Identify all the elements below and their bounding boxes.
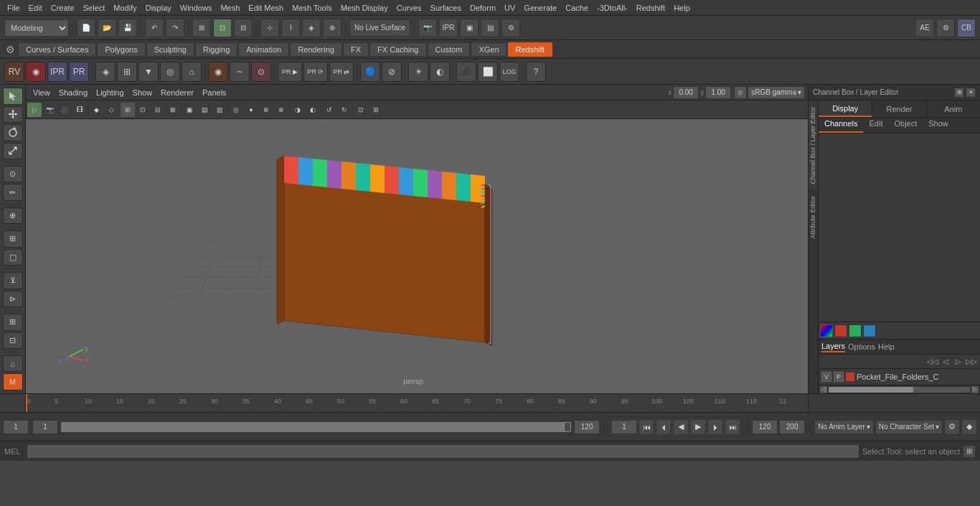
- vp-menu-renderer[interactable]: Renderer: [156, 87, 198, 98]
- vp-key1-btn[interactable]: ◆: [89, 103, 103, 117]
- menu-edit[interactable]: Edit: [24, 2, 47, 14]
- fast-fwd-btn[interactable]: ⏭: [725, 419, 740, 435]
- snap-to-curve-btn[interactable]: ⌇: [281, 19, 300, 37]
- rs-more2[interactable]: ⊘: [382, 62, 402, 82]
- menu-mesh-display[interactable]: Mesh Display: [336, 2, 392, 14]
- frame-counter[interactable]: [611, 420, 637, 434]
- play-btn[interactable]: ▶: [690, 419, 706, 435]
- vp-menu-shading[interactable]: Shading: [55, 87, 92, 98]
- layer-scroll-right[interactable]: ▷: [953, 356, 964, 367]
- menu-curves[interactable]: Curves: [392, 2, 426, 14]
- 3d-viewport[interactable]: y x z persp: [26, 119, 808, 393]
- rs-shape2[interactable]: ⊞: [117, 62, 137, 82]
- timeline-main[interactable]: 0 5 10 15 20 25 30 35 40 45 50 55 60: [26, 394, 808, 412]
- select-by-hierarchy-btn[interactable]: ⊞: [192, 19, 211, 37]
- color-r[interactable]: [834, 324, 847, 337]
- step-back-btn[interactable]: ⏴: [656, 419, 672, 435]
- menu-windows[interactable]: Windows: [176, 2, 217, 14]
- snap-to-surface-btn[interactable]: ⊕: [323, 19, 341, 37]
- subtab-channels[interactable]: Channels: [819, 118, 863, 133]
- rs-mat1[interactable]: ⬛: [456, 62, 476, 82]
- vp-hud1-btn[interactable]: ⊡: [354, 103, 368, 117]
- tab-animation[interactable]: Animation: [238, 42, 289, 57]
- vp-wire2-btn[interactable]: ▤: [197, 103, 212, 117]
- vp-wire1-btn[interactable]: ▣: [182, 103, 197, 117]
- menu-select[interactable]: Select: [79, 2, 110, 14]
- vp-light3-btn[interactable]: ⊕: [259, 103, 273, 117]
- channel-box-side-tab[interactable]: Channel Box / Layer Editor: [809, 100, 818, 190]
- vp-shadow-btn[interactable]: ◑: [291, 103, 305, 117]
- vp-menu-lighting[interactable]: Lighting: [92, 87, 128, 98]
- render-settings-btn[interactable]: ⚙: [501, 19, 520, 37]
- rs-pr1[interactable]: PR ▶: [278, 62, 302, 82]
- timeline-key-btn[interactable]: ◆: [961, 419, 977, 435]
- menu-mesh[interactable]: Mesh: [216, 2, 244, 14]
- attr-editor-toggle-btn[interactable]: AE: [915, 19, 934, 37]
- layer-scroll-left[interactable]: ◁: [940, 356, 951, 367]
- rs-help[interactable]: ?: [526, 62, 546, 82]
- rectangle-btn[interactable]: ▢: [3, 249, 23, 266]
- menu-file[interactable]: File: [3, 2, 24, 14]
- anim-layer-btn[interactable]: No Anim Layer ▾: [814, 420, 874, 434]
- rs-light1[interactable]: ☀: [408, 62, 428, 82]
- maya-icon-btn[interactable]: M: [3, 373, 23, 390]
- vp-menu-view[interactable]: View: [29, 87, 55, 98]
- snap-to-point-btn[interactable]: ◈: [302, 19, 321, 37]
- render-btn[interactable]: ▣: [460, 19, 479, 37]
- tab-display[interactable]: Display: [819, 100, 872, 117]
- ipr-btn[interactable]: IPR: [439, 19, 458, 37]
- vp-res2-btn[interactable]: ↻: [337, 103, 352, 117]
- snap-btn[interactable]: ⊻: [3, 272, 23, 289]
- vp-hud2-btn[interactable]: ⊞: [369, 103, 383, 117]
- rs-shape1[interactable]: ◈: [95, 62, 116, 82]
- rs-obj2[interactable]: ~: [230, 62, 250, 82]
- vp-camera2-btn[interactable]: 🎥: [57, 103, 72, 117]
- camera-x-input[interactable]: 0.00: [673, 86, 699, 99]
- rs-obj3[interactable]: ⊙: [251, 62, 271, 82]
- rs-light2[interactable]: ◐: [430, 62, 450, 82]
- rs-pr3[interactable]: PR ⇄: [329, 62, 354, 82]
- rs-tool1[interactable]: RV: [4, 62, 24, 82]
- rs-shape3[interactable]: ▼: [138, 62, 159, 82]
- layers-scrollbar-left-arrow[interactable]: ◁: [820, 386, 827, 393]
- select-by-component-btn[interactable]: ⊟: [234, 19, 253, 37]
- rewind-btn[interactable]: ⏮: [639, 419, 654, 435]
- tab-fx[interactable]: FX: [343, 42, 369, 57]
- menu-generate[interactable]: Generate: [519, 2, 561, 14]
- vp-shade1-btn[interactable]: ⊞: [121, 103, 135, 117]
- vp-shade4-btn[interactable]: ⊠: [166, 103, 180, 117]
- layers-scrollbar[interactable]: ◁ ▷: [819, 385, 980, 393]
- tool-settings-btn[interactable]: ⚙: [936, 19, 955, 37]
- rs-tool3[interactable]: IPR: [47, 62, 67, 82]
- snap-to-grid-btn[interactable]: ⊹: [260, 19, 279, 37]
- start-frame-input[interactable]: 1: [32, 420, 58, 434]
- undo-btn[interactable]: ↶: [145, 19, 164, 37]
- tab-rendering[interactable]: Rendering: [290, 42, 342, 57]
- colorspace-icon[interactable]: ⊙: [734, 86, 747, 99]
- attribute-editor-side-tab[interactable]: Attribute Editor: [809, 190, 818, 245]
- vp-key2-btn[interactable]: ◇: [104, 103, 118, 117]
- menu-redshift[interactable]: Redshift: [632, 2, 669, 14]
- menu-create[interactable]: Create: [47, 2, 79, 14]
- subtab-object[interactable]: Object: [888, 118, 923, 133]
- vp-shade2-btn[interactable]: ⊡: [136, 103, 150, 117]
- rs-pr2[interactable]: PR ⟳: [303, 62, 328, 82]
- layers-tab-label[interactable]: Layers: [821, 342, 845, 352]
- vp-select-btn[interactable]: ▷: [27, 103, 42, 117]
- tab-redshift[interactable]: Redshift: [508, 42, 552, 57]
- rs-mat2[interactable]: ⬜: [478, 62, 498, 82]
- layers-scrollbar-thumb[interactable]: [829, 387, 913, 393]
- transform-tool-btn[interactable]: [3, 106, 23, 123]
- render-seq-btn[interactable]: ▤: [481, 19, 499, 37]
- layer-scroll-right2[interactable]: ▷▷: [966, 356, 977, 367]
- subtab-edit[interactable]: Edit: [863, 118, 888, 133]
- tab-fx-caching[interactable]: FX Caching: [369, 42, 426, 57]
- vp-res1-btn[interactable]: ↺: [322, 103, 336, 117]
- rs-tool2[interactable]: ◉: [26, 62, 46, 82]
- tab-sculpting[interactable]: Sculpting: [146, 42, 194, 57]
- camera-y-input[interactable]: 1.00: [705, 86, 731, 99]
- step-fwd-btn[interactable]: ⏵: [707, 419, 723, 435]
- vp-camera3-btn[interactable]: 🎞: [72, 103, 87, 117]
- menu-help[interactable]: Help: [669, 2, 694, 14]
- select-by-object-btn[interactable]: ⊡: [213, 19, 232, 37]
